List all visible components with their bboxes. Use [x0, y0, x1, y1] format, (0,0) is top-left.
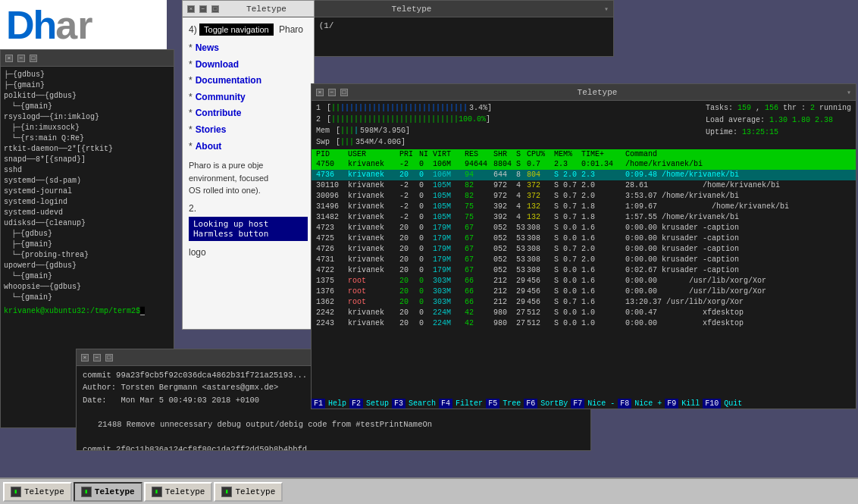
pb-close[interactable]: ×	[187, 5, 195, 13]
f1-key[interactable]: F1	[312, 399, 325, 409]
t2-min[interactable]: −	[328, 89, 336, 96]
t1-menu[interactable]: ▾	[604, 5, 609, 14]
git-blank2	[83, 430, 584, 443]
browser-content: 4) Toggle navigation Pharo *News *Downlo…	[183, 17, 314, 329]
term-line: systemd-udevd	[4, 208, 171, 218]
process-row[interactable]: 31482 krivanek -2 0 105M 75 392 4 132 S …	[312, 212, 856, 223]
f9-key[interactable]: F9	[665, 399, 678, 409]
term-line: └─{gmain}	[4, 102, 171, 112]
pb-max[interactable]: □	[211, 5, 219, 13]
f5-key[interactable]: F5	[486, 399, 499, 409]
browser-titlebar: × − □ Teletype	[183, 1, 314, 17]
f2-label[interactable]: Setup	[363, 399, 392, 409]
term-line: sshd	[4, 165, 171, 176]
process-row[interactable]: 4723 krivanek 20 0 179M 67 052 53 308 S …	[312, 223, 856, 233]
teletype2-window[interactable]: × − □ Teletype ▾ 1 [ || ||||||||||||||||…	[311, 83, 856, 409]
menu-about[interactable]: *About	[189, 139, 308, 155]
f5-label[interactable]: Tree	[499, 399, 524, 409]
menu-stories[interactable]: *Stories	[189, 122, 308, 139]
max-btn[interactable]: □	[30, 55, 37, 62]
t2-menu[interactable]: ▾	[847, 88, 851, 97]
f8-key[interactable]: F8	[618, 399, 631, 409]
term-line: systemd-logind	[4, 197, 171, 208]
f6-label[interactable]: SortBy	[537, 399, 571, 409]
f10-key[interactable]: F10	[703, 399, 721, 409]
taskbar-btn-3[interactable]: ▮ Teletype	[144, 482, 213, 502]
term-line: systemd-journal	[4, 186, 171, 197]
menu-contribute[interactable]: *Contribute	[189, 105, 308, 122]
process-row-selected[interactable]: 4750 krivanek -2 0 106M 94644 8804 S 0.7…	[312, 159, 856, 170]
close-btn[interactable]: ×	[5, 55, 13, 62]
f7-label[interactable]: Nice -	[584, 399, 618, 409]
taskbar-btn-1[interactable]: ▮ Teletype	[3, 482, 72, 502]
git-max[interactable]: □	[105, 354, 113, 362]
htop-cpu-section: 1 [ || |||||||||||||||||||||||||||| 3.4%…	[316, 102, 690, 148]
teletype2-titlebar: × − □ Teletype ▾	[312, 84, 856, 101]
process-row[interactable]: 4731 krivanek 20 0 179M 67 052 53 308 S …	[312, 255, 856, 265]
f9-label[interactable]: Kill	[678, 399, 703, 409]
col-pri: PRI	[399, 150, 419, 158]
htop-right-stats: Tasks: 159 , 156 thr : 2 running Load av…	[706, 102, 851, 148]
process-list: 4750 krivanek -2 0 106M 94644 8804 S 0.7…	[312, 159, 856, 399]
process-row[interactable]: 1362 root 20 0 303M 66 212 29 456 S 0.7 …	[312, 297, 856, 308]
process-row[interactable]: 2242 krivanek 20 0 224M 42 980 27 512 S …	[312, 308, 856, 318]
col-ni: NI	[419, 150, 433, 158]
col-s: S	[516, 150, 527, 158]
taskbar-btn-4[interactable]: ▮ Teletype	[214, 482, 283, 502]
col-virt: VIRT	[433, 150, 465, 158]
menu-download[interactable]: *Download	[189, 57, 308, 74]
f10-label[interactable]: Quit	[721, 399, 745, 409]
f3-key[interactable]: F3	[392, 399, 406, 409]
process-row[interactable]: 4726 krivanek 20 0 179M 67 052 53 308 S …	[312, 244, 856, 255]
pb-min[interactable]: −	[199, 5, 207, 13]
t2-close[interactable]: ×	[316, 89, 324, 96]
taskbar-label-2: Teletype	[95, 487, 135, 496]
col-user: USER	[348, 150, 399, 158]
process-row[interactable]: 1375 root 20 0 303M 66 212 29 456 S 0.0 …	[312, 276, 856, 286]
htop-table-header: PID USER PRI NI VIRT RES SHR S CPU% MEM%…	[312, 149, 856, 159]
process-row[interactable]: 30110 krivanek -2 0 105M 82 972 4 372 S …	[312, 180, 856, 191]
f1-label[interactable]: Help	[325, 399, 349, 409]
git-commit2: commit 2f0c11b836a124cf8f80c1da2ff2dd59b…	[83, 443, 584, 450]
process-row[interactable]: 2243 krivanek 20 0 224M 42 980 27 512 S …	[312, 318, 856, 329]
process-row[interactable]: 30096 krivanek -2 0 105M 82 972 4 372 S …	[312, 191, 856, 202]
f4-key[interactable]: F4	[439, 399, 452, 409]
col-cpu: CPU%	[527, 150, 554, 158]
f6-key[interactable]: F6	[524, 399, 537, 409]
process-row[interactable]: 4722 krivanek 20 0 179M 67 052 53 308 S …	[312, 265, 856, 276]
process-row[interactable]: 1376 root 20 0 303M 66 212 29 456 S 0.0 …	[312, 286, 856, 297]
process-row[interactable]: 4725 krivanek 20 0 179M 67 052 53 308 S …	[312, 233, 856, 244]
browser-title: Teletype	[224, 5, 309, 14]
browser-step2: 2.	[189, 203, 308, 214]
process-row-highlighted[interactable]: 4736 krivanek 20 0 106M 94 644 8 804 S 2…	[312, 170, 856, 180]
htop-stats-header: 1 [ || |||||||||||||||||||||||||||| 3.4%…	[312, 101, 856, 149]
term-line: udisksd──{cleanup}	[4, 218, 171, 229]
teletype2-title: Teletype	[352, 88, 842, 97]
terminal-icon-3: ▮	[152, 487, 162, 497]
process-row[interactable]: 31496 krivanek -2 0 105M 75 392 4 132 S …	[312, 202, 856, 212]
menu-community[interactable]: *Community	[189, 89, 308, 106]
load-line: Load average: 1.30 1.80 2.38	[706, 114, 851, 127]
min-btn[interactable]: −	[17, 55, 25, 62]
toggle-nav-btn[interactable]: Toggle navigation	[199, 23, 274, 36]
taskbar-label-4: Teletype	[235, 487, 275, 496]
htop-content: 1 [ || |||||||||||||||||||||||||||| 3.4%…	[312, 101, 856, 409]
term-line: ├─{gdbus}	[4, 229, 171, 239]
menu-documentation[interactable]: *Documentation	[189, 73, 308, 89]
git-min[interactable]: −	[93, 354, 101, 362]
git-close[interactable]: ×	[81, 354, 89, 362]
f3-label[interactable]: Search	[406, 399, 439, 409]
terminal-icon-1: ▮	[11, 487, 21, 497]
git-message: 21488 Remove unnecessary debug output/de…	[83, 418, 584, 430]
term-line: ├─{gmain}	[4, 80, 171, 91]
htop-footer: F1 Help F2 Setup F3 Search F4 Filter F5 …	[312, 399, 856, 409]
term-line: └─{probing-threa}	[4, 250, 171, 261]
col-time: TIME+	[581, 150, 625, 158]
f4-label[interactable]: Filter	[452, 399, 486, 409]
menu-news[interactable]: *News	[189, 40, 308, 57]
f2-key[interactable]: F2	[349, 399, 363, 409]
t2-max[interactable]: □	[340, 89, 348, 96]
f7-key[interactable]: F7	[571, 399, 584, 409]
taskbar-btn-2[interactable]: ▮ Teletype	[74, 482, 142, 502]
f8-label[interactable]: Nice +	[631, 399, 665, 409]
